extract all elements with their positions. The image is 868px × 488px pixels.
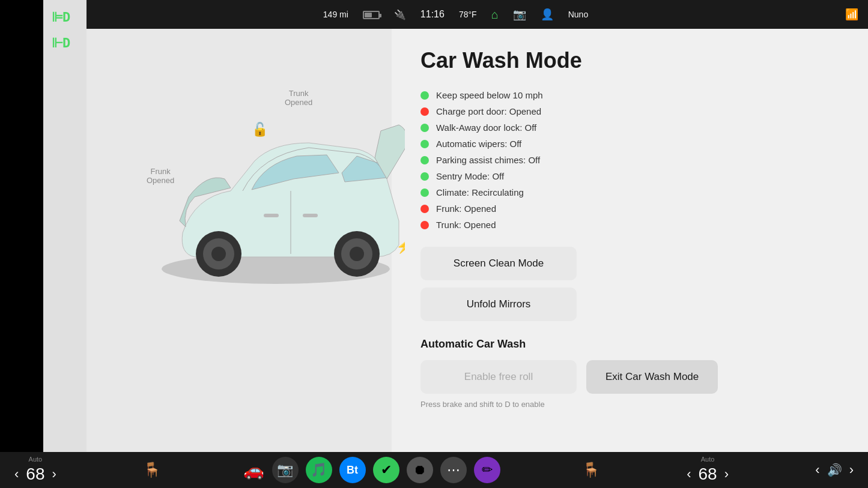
left-climate-down-button[interactable]: ‹: [10, 464, 23, 484]
action-buttons: Screen Clean Mode Unfold Mirrors: [420, 247, 839, 321]
camera-app-button[interactable]: 📷: [272, 457, 299, 483]
left-climate-section: Auto ‹ 68 ›: [10, 456, 61, 484]
svg-rect-10: [303, 214, 318, 217]
car-image: ⚡: [147, 101, 405, 329]
status-dot: [420, 124, 429, 132]
svg-point-3: [211, 247, 226, 261]
charging-icon: 🔌: [394, 9, 406, 20]
checklist-app-button[interactable]: ✔: [373, 457, 399, 483]
status-dot: [420, 172, 429, 181]
status-item: Keep speed below 10 mph: [420, 90, 839, 100]
right-climate-controls: ‹ 68 ›: [682, 464, 733, 484]
car-scene: Trunk Opened Frunk Opened 🔓: [86, 29, 392, 452]
page-title: Car Wash Mode: [420, 48, 839, 73]
status-label: Parking assist chimes: Off: [436, 155, 540, 165]
person-icon: 👤: [541, 8, 554, 21]
left-climate-controls: ‹ 68 ›: [10, 464, 61, 484]
status-item: Frunk: Opened: [420, 203, 839, 214]
camera-icon: 📷: [513, 8, 526, 21]
status-item: Sentry Mode: Off: [420, 171, 839, 181]
status-dot: [420, 156, 429, 164]
screen-clean-mode-button[interactable]: Screen Clean Mode: [420, 247, 577, 280]
exit-car-wash-mode-button[interactable]: Exit Car Wash Mode: [586, 360, 718, 394]
car-svg: ⚡: [147, 101, 405, 323]
status-label: Automatic wipers: Off: [436, 139, 521, 149]
right-seat-button[interactable]: 🪑: [577, 459, 605, 481]
home-icon: ⌂: [491, 8, 499, 22]
status-item: Trunk: Opened: [420, 220, 839, 230]
status-label: Climate: Recirculating: [436, 187, 524, 197]
status-label: Sentry Mode: Off: [436, 171, 504, 181]
status-dot: [420, 91, 429, 100]
left-seat-button[interactable]: 🪑: [138, 459, 166, 481]
dots-app-button[interactable]: ⋯: [440, 457, 467, 483]
fog-light-icon[interactable]: ⊩D: [52, 35, 78, 50]
left-sidebar: ⊫D ⊩D: [43, 29, 86, 452]
status-dot: [420, 140, 429, 148]
bluetooth-app-button[interactable]: Bt: [339, 457, 366, 483]
left-climate-num: 68: [26, 465, 44, 484]
unfold-mirrors-button[interactable]: Unfold Mirrors: [420, 288, 577, 321]
svg-text:⚡: ⚡: [396, 238, 405, 255]
right-panel: Car Wash Mode Keep speed below 10 mphCha…: [392, 29, 868, 452]
main-screen: 149 mi 🔌 11:16 78°F ⌂ 📷 👤 Nuno 📶 ⊫D ⊩D T…: [43, 0, 868, 452]
status-dot: [420, 205, 429, 213]
status-dot: [420, 221, 429, 229]
status-item: Parking assist chimes: Off: [420, 155, 839, 165]
right-climate-section: Auto ‹ 68 ›: [682, 456, 733, 484]
svg-point-6: [350, 247, 364, 261]
status-label: Charge port door: Opened: [436, 106, 541, 116]
temperature-display: 78°F: [459, 10, 477, 19]
camera2-app-button[interactable]: ⏺: [407, 457, 433, 483]
right-climate-num: 68: [699, 465, 717, 484]
user-name: Nuno: [568, 10, 588, 19]
volume-icon: 🔊: [827, 463, 842, 477]
car-display-panel: Trunk Opened Frunk Opened 🔓: [86, 29, 392, 452]
wifi-icon: 📶: [845, 8, 858, 21]
range-display: 149 mi: [323, 10, 348, 19]
right-seat-section: 🪑: [577, 459, 605, 481]
volume-controls: ‹ 🔊 ›: [810, 460, 858, 480]
status-label: Frunk: Opened: [436, 203, 496, 214]
content-area: ⊫D ⊩D Trunk Opened Frunk Opened 🔓: [43, 29, 868, 452]
automatic-car-wash-section: Automatic Car Wash Enable free roll Exit…: [420, 338, 839, 409]
status-label: Walk-Away door lock: Off: [436, 122, 536, 133]
left-seat-section: 🪑: [138, 459, 166, 481]
volume-up-button[interactable]: ›: [845, 460, 858, 480]
bottom-action-row: Enable free roll Exit Car Wash Mode: [420, 360, 839, 394]
status-item: Automatic wipers: Off: [420, 139, 839, 149]
right-climate-up-button[interactable]: ›: [720, 464, 733, 484]
status-bar: 149 mi 🔌 11:16 78°F ⌂ 📷 👤 Nuno 📶: [43, 0, 868, 29]
right-climate-down-button[interactable]: ‹: [682, 464, 696, 484]
status-item: Climate: Recirculating: [420, 187, 839, 197]
status-label: Keep speed below 10 mph: [436, 90, 543, 100]
spotify-app-button[interactable]: 🎵: [306, 457, 332, 483]
time-display: 11:16: [420, 9, 445, 20]
right-climate-label: Auto: [701, 456, 715, 463]
battery-icon: [363, 10, 380, 19]
left-climate-up-button[interactable]: ›: [47, 464, 61, 484]
brake-note: Press brake and shift to D to enable: [420, 400, 839, 409]
automatic-car-wash-title: Automatic Car Wash: [420, 338, 839, 351]
status-label: Trunk: Opened: [436, 220, 496, 230]
marker-app-button[interactable]: ✏: [474, 457, 500, 483]
status-list: Keep speed below 10 mphCharge port door:…: [420, 90, 839, 230]
svg-rect-9: [264, 214, 279, 217]
volume-down-button[interactable]: ‹: [810, 460, 824, 480]
car-app-button[interactable]: 🚗: [243, 459, 265, 481]
status-dot: [420, 107, 429, 116]
enable-free-roll-button[interactable]: Enable free roll: [420, 360, 577, 394]
status-item: Charge port door: Opened: [420, 106, 839, 116]
left-climate-label: Auto: [29, 456, 43, 463]
status-item: Walk-Away door lock: Off: [420, 122, 839, 133]
status-dot: [420, 188, 429, 197]
taskbar: Auto ‹ 68 › 🪑 🚗 📷 🎵 Bt ✔ ⏺ ⋯ ✏ 🪑 Auto ‹ …: [0, 452, 868, 488]
